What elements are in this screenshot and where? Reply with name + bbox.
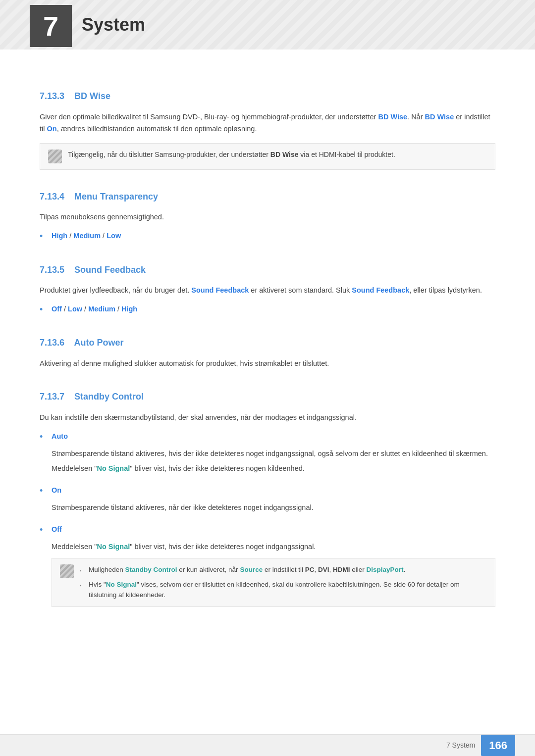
standby-off-item: • Off Meddelelsen "No Signal" bliver vis… bbox=[40, 524, 495, 607]
section-number: 7.13.3 bbox=[40, 91, 64, 101]
note-text-7-13-3: Tilgængelig, når du tilslutter Samsung-p… bbox=[68, 150, 395, 160]
note-nested-list: ▪ Muligheden Standby Control er kun akti… bbox=[80, 564, 487, 601]
note-box-7-13-7: ▪ Muligheden Standby Control er kun akti… bbox=[52, 558, 495, 607]
options-list-7-13-4: • High / Medium / Low bbox=[40, 230, 495, 243]
note-text-2: Hvis "No Signal" vises, selvom der er ti… bbox=[89, 579, 487, 601]
off-content: Meddelelsen "No Signal" bliver vist, hvi… bbox=[40, 541, 495, 607]
auto-text2: Meddelelsen "No Signal" bliver vist, hvi… bbox=[52, 463, 488, 475]
section-7-13-4: 7.13.4 Menu Transparency Tilpas menuboks… bbox=[40, 190, 495, 243]
chapter-title: System bbox=[82, 10, 145, 39]
section-heading-7-13-7: 7.13.7 Standby Control bbox=[40, 390, 495, 404]
list-item: • Off / Low / Medium / High bbox=[40, 303, 495, 316]
option-text: High / Medium / Low bbox=[52, 230, 121, 242]
footer-section-label: 7 System bbox=[446, 740, 475, 751]
bullet-dot: • bbox=[40, 303, 47, 316]
section-title: Menu Transparency bbox=[74, 192, 158, 202]
section-title: Standby Control bbox=[74, 392, 144, 402]
section-heading-7-13-5: 7.13.5 Sound Feedback bbox=[40, 263, 495, 277]
main-content: 7.13.3 BD Wise Giver den optimale billed… bbox=[0, 50, 535, 656]
standby-auto-item: • Auto Strømbesparende tilstand aktivere… bbox=[40, 431, 495, 478]
section-number: 7.13.4 bbox=[40, 192, 64, 202]
section-7-13-3: 7.13.3 BD Wise Giver den optimale billed… bbox=[40, 89, 495, 170]
footer: 7 System 166 bbox=[0, 734, 535, 756]
section-7-13-7: 7.13.7 Standby Control Du kan indstille … bbox=[40, 390, 495, 607]
section-title: BD Wise bbox=[74, 91, 110, 101]
section-number: 7.13.7 bbox=[40, 392, 64, 402]
note-icon-nested bbox=[60, 564, 74, 578]
section-title: Auto Power bbox=[74, 338, 123, 348]
footer-page-number: 166 bbox=[481, 735, 515, 756]
bullet-dot: • bbox=[40, 485, 47, 497]
section-heading-7-13-4: 7.13.4 Menu Transparency bbox=[40, 190, 495, 204]
section-body-7-13-7: Du kan indstille den skærmstandbytilstan… bbox=[40, 412, 495, 424]
section-7-13-6: 7.13.6 Auto Power Aktivering af denne mu… bbox=[40, 336, 495, 370]
header-banner: 7 System bbox=[0, 0, 535, 50]
section-body-7-13-5: Produktet giver lydfeedback, når du brug… bbox=[40, 285, 495, 297]
bullet-dot: • bbox=[40, 230, 47, 243]
section-title: Sound Feedback bbox=[74, 265, 146, 275]
square-bullet-2: ▪ bbox=[80, 582, 85, 590]
note-icon bbox=[48, 150, 62, 163]
section-heading-7-13-6: 7.13.6 Auto Power bbox=[40, 336, 495, 350]
auto-content: Strømbesparende tilstand aktiveres, hvis… bbox=[40, 448, 488, 478]
note-text-1: Muligheden Standby Control er kun aktive… bbox=[89, 564, 405, 575]
note-item-1: ▪ Muligheden Standby Control er kun akti… bbox=[80, 564, 487, 575]
section-body-7-13-3: Giver den optimale billedkvalitet til Sa… bbox=[40, 111, 495, 135]
option-text: Off / Low / Medium / High bbox=[52, 303, 137, 315]
square-bullet: ▪ bbox=[80, 567, 85, 575]
on-label: On bbox=[52, 485, 61, 496]
auto-text1: Strømbesparende tilstand aktiveres, hvis… bbox=[52, 448, 488, 460]
on-text1: Strømbesparende tilstand aktiveres, når … bbox=[52, 502, 314, 514]
standby-on-item: • On Strømbesparende tilstand aktiveres,… bbox=[40, 485, 495, 517]
note-item-2: ▪ Hvis "No Signal" vises, selvom der er … bbox=[80, 579, 487, 601]
standby-options-list: • Auto Strømbesparende tilstand aktivere… bbox=[40, 431, 495, 607]
note-box-7-13-3: Tilgængelig, når du tilslutter Samsung-p… bbox=[40, 143, 495, 170]
chapter-number-box: 7 bbox=[30, 5, 72, 47]
chapter-number: 7 bbox=[43, 12, 58, 40]
off-label: Off bbox=[52, 524, 62, 535]
section-body-7-13-4: Tilpas menuboksens gennemsigtighed. bbox=[40, 211, 495, 223]
bullet-dot: • bbox=[40, 431, 47, 443]
bullet-dot: • bbox=[40, 524, 47, 536]
section-number: 7.13.5 bbox=[40, 265, 64, 275]
auto-label: Auto bbox=[52, 431, 68, 442]
section-number: 7.13.6 bbox=[40, 338, 64, 348]
on-content: Strømbesparende tilstand aktiveres, når … bbox=[40, 502, 314, 517]
section-body-7-13-6: Aktivering af denne mulighed slukker aut… bbox=[40, 358, 495, 370]
section-heading-7-13-3: 7.13.3 BD Wise bbox=[40, 89, 495, 103]
list-item: • High / Medium / Low bbox=[40, 230, 495, 243]
options-list-7-13-5: • Off / Low / Medium / High bbox=[40, 303, 495, 316]
section-7-13-5: 7.13.5 Sound Feedback Produktet giver ly… bbox=[40, 263, 495, 316]
off-text1: Meddelelsen "No Signal" bliver vist, hvi… bbox=[52, 541, 495, 553]
